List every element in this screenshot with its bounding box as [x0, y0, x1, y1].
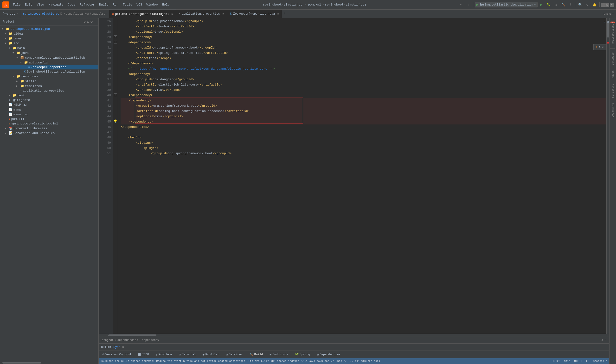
sidebar-item-java[interactable]: ▼ 📁 java [0, 51, 98, 55]
maven-close[interactable]: ✕ [602, 45, 604, 49]
menu-refactor[interactable]: Refactor [78, 2, 97, 7]
breadcrumb-project[interactable]: project [101, 338, 113, 342]
fold-29-marker[interactable]: − [113, 34, 118, 39]
menu-file[interactable]: File [11, 2, 22, 7]
sidebar-database[interactable]: Database [611, 51, 614, 66]
sidebar-item-static[interactable]: ▶ 📁 static [0, 79, 98, 84]
sidebar-item-iml[interactable]: ⊙ springboot-elasticjob.iml [0, 121, 98, 126]
sidebar-bookmarks[interactable]: Bookmarks [611, 102, 614, 119]
sidebar-structure[interactable]: Structure [611, 82, 614, 99]
menu-run[interactable]: Run [111, 2, 120, 7]
search-btn[interactable]: 🔍 [577, 1, 584, 8]
tab-zookeeper-props[interactable]: C ZookeeperProperties.java ✕ [227, 10, 282, 18]
maximize-button[interactable]: □ [605, 3, 609, 7]
sidebar-item-package[interactable]: ▼ 📦 com.example.springbootelasticjob [0, 55, 98, 60]
tool-dependencies[interactable]: ◎ Dependencies [315, 352, 342, 357]
menu-vcs[interactable]: VCS [135, 2, 144, 7]
breadcrumb-dependencies[interactable]: dependencies [117, 338, 138, 342]
project-panel-tab[interactable]: Project ▾ [0, 10, 21, 18]
sidebar-hide-btn[interactable]: — [94, 20, 96, 24]
recent-files-btn[interactable]: ⊞ [607, 12, 609, 16]
tab-settings-btn[interactable]: ⚙ [609, 12, 611, 16]
breadcrumb-minimize-btn[interactable]: — [605, 338, 606, 342]
sidebar-item-ext-libs[interactable]: ▶ 📚 External Libraries [0, 126, 98, 131]
sidebar-item-app-props[interactable]: ≡ application.properties [0, 88, 98, 93]
vcs-push-btn[interactable]: ↑ [465, 1, 472, 8]
sidebar-item-src[interactable]: ▼ 📁 src [0, 41, 98, 46]
build-sync-btn[interactable]: Sync [113, 346, 120, 349]
run-button[interactable]: ▶ [538, 1, 545, 8]
sidebar-item-mvn[interactable]: ▶ 📁 .mvn [0, 36, 98, 41]
code-editor[interactable]: <groupId>org.projectlombok</groupId> <ar… [118, 18, 606, 334]
tool-version-control[interactable]: ⎆ Version Control [101, 352, 133, 357]
sidebar-hscrollbar-thumb[interactable] [2, 362, 41, 364]
debug-button[interactable]: 🐛 [545, 1, 552, 8]
sidebar-settings-btn[interactable]: ⚙ [90, 20, 92, 24]
sidebar-item-autoconfig[interactable]: ▼ 📁 autoconfig [0, 60, 98, 65]
split-editor-btn[interactable]: ⊡ [604, 12, 606, 16]
coverage-button[interactable]: ◎ [552, 1, 559, 8]
tree-root[interactable]: ▼ 📁 springboot-elasticjob [0, 26, 98, 31]
menu-tools[interactable]: Tools [121, 2, 134, 7]
fold-marker-30[interactable]: − [114, 41, 117, 43]
menu-help[interactable]: Help [160, 2, 171, 7]
tool-terminal[interactable]: ⊡ Terminal [178, 352, 197, 357]
tool-profiler[interactable]: ◉ Profiler [201, 352, 221, 357]
fold-marker-29[interactable]: − [114, 35, 117, 38]
build-close-btn[interactable]: ✕ [122, 345, 124, 349]
scrollbar-thumb[interactable] [607, 23, 609, 38]
collapse-panels-btn[interactable]: — [612, 12, 614, 16]
fold-30-marker[interactable]: − [113, 39, 118, 45]
sidebar-item-resources[interactable]: ▼ 📁 resources [0, 74, 98, 79]
menu-edit[interactable]: Edit [23, 2, 34, 7]
sidebar-hscrollbar[interactable] [0, 362, 98, 364]
tab-java-close[interactable]: ✕ [277, 12, 279, 15]
sidebar-collapse-btn[interactable]: ⊟ [87, 20, 89, 24]
sidebar-item-mvnw-cmd[interactable]: 📄 mvnw.cmd [0, 112, 98, 117]
tool-build[interactable]: 🔨 Build [248, 352, 265, 357]
notifications-btn[interactable]: 🔔 [591, 1, 598, 8]
tool-endpoints[interactable]: ⊞ Endpoints [268, 352, 290, 357]
menu-code[interactable]: Code [66, 2, 77, 7]
status-git[interactable]: main [564, 360, 570, 363]
status-lf[interactable]: LF [586, 360, 589, 363]
sidebar-item-scratches[interactable]: ▶ 📝 Scratches and Consoles [0, 131, 98, 135]
sidebar-item-idea[interactable]: ▶ 📁 .idea [0, 31, 98, 36]
tab-pom-xml-close[interactable]: ✕ [171, 13, 173, 16]
run-config-combo[interactable]: ▶ SpringbootElasticjobApplication ▾ [475, 2, 538, 7]
sidebar-notifications[interactable]: Notifications 3 [610, 20, 615, 46]
tool-todo[interactable]: ☰ TODO [137, 352, 150, 357]
build-button[interactable]: 🔨 [560, 1, 566, 8]
tool-services[interactable]: ⚙ Services [224, 352, 244, 357]
close-button[interactable]: ✕ [610, 3, 614, 7]
tool-spring[interactable]: 🌱 Spring [293, 352, 311, 357]
sidebar-scope-btn[interactable]: ⊙ [84, 20, 85, 24]
horizontal-scrollbar[interactable] [99, 334, 609, 337]
fold-45-marker[interactable]: 💡 [113, 119, 118, 124]
sidebar-item-mvnw[interactable]: 📄 mvnw [0, 107, 98, 112]
bulb-indicator-45[interactable]: 💡 [113, 119, 117, 123]
menu-window[interactable]: Window [145, 2, 160, 7]
menu-navigate[interactable]: Navigate [47, 2, 65, 7]
fold-40-marker[interactable]: − [113, 92, 118, 98]
h-scrollbar-thumb[interactable] [108, 335, 156, 336]
menu-build[interactable]: Build [97, 2, 111, 7]
tab-pom-xml[interactable]: m pom.xml (springboot-elasticjob) ✕ [109, 10, 176, 18]
breadcrumb-dependency[interactable]: dependency [142, 338, 159, 342]
sidebar-item-gitignore[interactable]: ≡ .gitignore [0, 98, 98, 102]
sidebar-item-main[interactable]: ▼ 📁 main [0, 46, 98, 51]
menu-view[interactable]: View [35, 2, 46, 7]
breadcrumb-settings-btn[interactable]: ⚙ [602, 338, 603, 342]
fold-marker-40[interactable]: − [114, 93, 117, 96]
settings-btn[interactable]: ⚙ [584, 1, 591, 8]
tab-props-close[interactable]: ✕ [222, 12, 224, 15]
sidebar-item-app[interactable]: C SpringbootElasticjobApplication [0, 69, 98, 74]
more-run-button[interactable]: ⋮ [567, 1, 574, 8]
tabs-more-button[interactable]: ⋮ [283, 12, 286, 16]
sidebar-item-zookeeper-props[interactable]: C ZookeeperProperties [0, 65, 98, 69]
sidebar-item-helpmd[interactable]: 📄 HELP.md [0, 102, 98, 107]
tool-problems[interactable]: ⚠ Problems [154, 352, 174, 357]
tab-application-props[interactable]: ≡ application.properties ✕ [176, 10, 227, 18]
sidebar-maven[interactable]: Maven [611, 69, 614, 80]
vcs-update-btn[interactable]: ← [458, 1, 464, 8]
